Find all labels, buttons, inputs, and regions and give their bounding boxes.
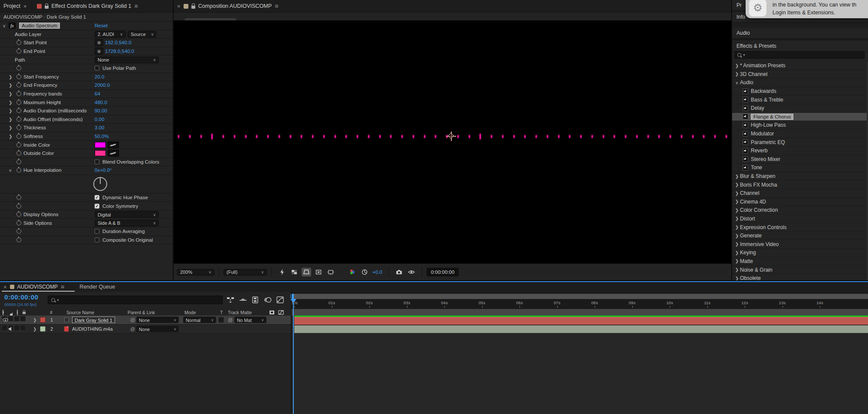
mask-visibility-icon[interactable] <box>314 268 323 276</box>
effects-category-keying[interactable]: ❯Keying <box>732 249 867 257</box>
stopwatch-icon[interactable] <box>16 151 21 156</box>
layer-label-chip[interactable] <box>40 326 46 332</box>
twirl-icon[interactable]: ❯ <box>735 242 739 246</box>
stopwatch-icon[interactable] <box>16 74 21 79</box>
effects-category-3d-channel[interactable]: ❯3D Channel <box>732 70 867 79</box>
snapshot-camera-icon[interactable] <box>395 268 404 276</box>
lock-icon[interactable] <box>45 6 49 9</box>
layer2-duration-bar[interactable] <box>294 325 868 333</box>
stopwatch-icon[interactable] <box>16 83 21 88</box>
tab-project[interactable]: Project <box>3 3 20 9</box>
twirl-icon[interactable]: ❯ <box>735 208 739 213</box>
matte-pickwhip-icon[interactable]: @ <box>228 317 233 322</box>
close-icon[interactable]: × <box>177 3 181 10</box>
stopwatch-icon[interactable] <box>16 100 21 105</box>
column-number[interactable]: # <box>50 310 53 315</box>
stopwatch-icon[interactable] <box>16 108 21 113</box>
blend-mode-dropdown[interactable]: Normal∨ <box>183 317 216 323</box>
macos-notification[interactable]: ⚙ in the background. You can view th Log… <box>746 0 868 18</box>
effects-category-channel[interactable]: ❯Channel <box>732 189 867 198</box>
stopwatch-icon[interactable] <box>16 92 21 96</box>
twirl-icon[interactable]: ❯ <box>735 199 739 204</box>
video-eye-icon[interactable] <box>3 318 8 322</box>
hue-dial[interactable] <box>93 177 107 191</box>
tab-timeline-comp[interactable]: AUDIOVISCOMP <box>17 284 58 290</box>
stopwatch-icon[interactable] <box>16 168 21 173</box>
twirl-icon[interactable]: ❯ <box>735 216 739 221</box>
twirl-icon[interactable]: ❯ <box>735 72 739 76</box>
stopwatch-icon[interactable] <box>16 195 21 200</box>
track-matte-dropdown[interactable]: No Mat∨ <box>234 317 266 323</box>
stopwatch-icon[interactable] <box>16 142 21 147</box>
effects-category-immersive-video[interactable]: ❯Immersive Video <box>732 240 867 249</box>
playhead-line[interactable] <box>293 294 294 414</box>
motion-blur-icon[interactable] <box>264 296 272 303</box>
close-icon[interactable]: × <box>3 284 7 290</box>
effects-item-delay[interactable]: Delay <box>732 104 867 113</box>
side-options-dropdown[interactable]: Side A & B∨ <box>95 220 159 226</box>
panel-header-audio[interactable]: Audio <box>732 28 868 39</box>
effects-category-expression-controls[interactable]: ❯Expression Controls <box>732 223 867 232</box>
twirl-icon[interactable]: ❯ <box>9 108 12 113</box>
property-value[interactable]: 0x+0.0° <box>95 168 112 173</box>
stopwatch-icon[interactable] <box>16 125 21 130</box>
effects-search-input[interactable]: ▼ <box>734 51 865 59</box>
twirl-icon[interactable]: ❯ <box>33 318 36 322</box>
solo-column-icon[interactable] <box>17 310 18 315</box>
time-ruler[interactable]: 00s01s02s03s04s05s06s07s08s09s10s11s12s1… <box>292 299 868 309</box>
property-value[interactable]: 2000.0 <box>95 82 110 88</box>
comp-mini-flowchart-icon[interactable] <box>227 296 234 303</box>
twirl-icon[interactable]: ❯ <box>9 74 12 79</box>
panel-menu-icon[interactable]: ≡ <box>61 283 64 290</box>
stopwatch-icon[interactable] <box>16 159 21 164</box>
work-area-bar[interactable] <box>292 294 868 299</box>
effects-item-stereo-mixer[interactable]: Stereo Mixer <box>732 155 867 164</box>
stopwatch-icon[interactable] <box>16 66 21 71</box>
stopwatch-icon[interactable] <box>16 40 21 45</box>
twirl-icon[interactable]: ❯ <box>9 134 12 139</box>
playhead-marker[interactable] <box>290 299 296 303</box>
stopwatch-icon[interactable] <box>16 49 21 54</box>
twirl-icon[interactable]: ❯ <box>735 276 739 280</box>
stopwatch-icon[interactable] <box>16 134 21 139</box>
fast-preview-icon[interactable] <box>277 268 287 276</box>
lock-column-icon[interactable] <box>22 309 26 315</box>
property-value[interactable]: 20.0 <box>95 74 104 79</box>
layer-anchor-handle[interactable] <box>447 131 456 141</box>
lock-icon[interactable] <box>191 6 195 9</box>
use-polar-path-checkbox[interactable] <box>95 66 99 71</box>
color-swatch[interactable] <box>95 142 106 148</box>
effects-category-blur-sharpen[interactable]: ❯Blur & Sharpen <box>732 172 867 181</box>
effects-category-cinema-4d[interactable]: ❯Cinema 4D <box>732 198 867 207</box>
effects-category-generate[interactable]: ❯Generate <box>732 232 867 240</box>
panel-menu-icon[interactable]: ≡ <box>134 3 137 10</box>
blend-overlapping-colors-checkbox[interactable] <box>95 159 99 164</box>
point-target-icon[interactable]: ⊕ <box>95 39 103 46</box>
twirl-open-icon[interactable]: ∨ <box>3 23 6 28</box>
column-track-matte[interactable]: Track Matte <box>228 310 252 315</box>
effect-name-selected[interactable]: Audio Spectrum <box>19 23 60 29</box>
close-icon[interactable]: × <box>23 3 27 10</box>
twirl-icon[interactable]: ❯ <box>9 100 12 105</box>
twirl-open-icon[interactable]: ∨ <box>735 80 739 85</box>
path-dropdown[interactable]: None∨ <box>95 56 159 63</box>
parent-pickwhip-icon[interactable]: @ <box>130 317 135 322</box>
stopwatch-icon[interactable] <box>16 212 21 217</box>
effects-category-boris-fx-mocha[interactable]: ❯Boris FX Mocha <box>732 181 867 189</box>
effects-category-obsolete[interactable]: ❯Obsolete <box>732 274 867 280</box>
effects-category-distort[interactable]: ❯Distort <box>732 215 867 223</box>
resolution-dropdown[interactable]: (Full)∨ <box>224 269 267 276</box>
panel-header-effects-presets[interactable]: Effects & Presets <box>732 40 868 52</box>
twirl-icon[interactable]: ❯ <box>735 250 739 255</box>
graph-editor-icon[interactable] <box>276 296 284 303</box>
column-parent-link[interactable]: Parent & Link <box>128 310 155 315</box>
twirl-icon[interactable]: ❯ <box>735 233 739 238</box>
tab-composition[interactable]: Composition AUDIOVISCOMP <box>198 3 272 9</box>
region-of-interest-icon[interactable] <box>302 268 311 276</box>
parent-pickwhip-icon[interactable]: @ <box>130 326 135 332</box>
transfer-pane-icon[interactable] <box>278 310 284 315</box>
channel-rgb-icon[interactable] <box>348 268 357 276</box>
switches-pane-icon[interactable] <box>269 310 275 315</box>
show-snapshot-eye-icon[interactable] <box>407 268 416 276</box>
point-value[interactable]: 1728.0,540.0 <box>105 49 134 54</box>
